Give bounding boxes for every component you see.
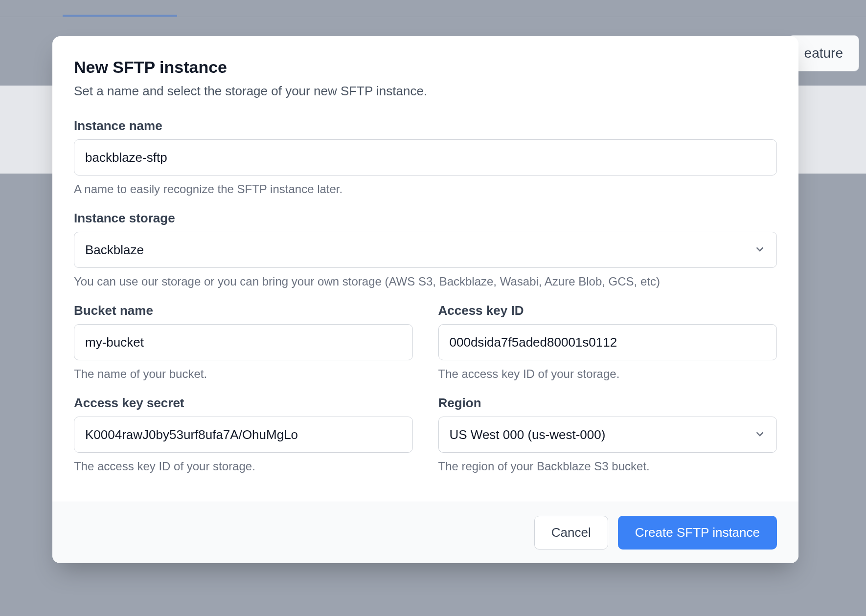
access-key-secret-help: The access key ID of your storage.: [74, 460, 413, 473]
new-sftp-instance-modal: New SFTP instance Set a name and select …: [52, 36, 798, 563]
region-label: Region: [438, 396, 777, 411]
access-key-secret-input[interactable]: [74, 417, 413, 453]
region-group: Region US West 000 (us-west-000) The reg…: [438, 396, 777, 473]
instance-name-group: Instance name A name to easily recognize…: [74, 118, 777, 196]
instance-name-input[interactable]: [74, 139, 777, 176]
instance-storage-group: Instance storage Backblaze You can use o…: [74, 211, 777, 288]
access-key-id-label: Access key ID: [438, 303, 777, 318]
create-sftp-instance-button[interactable]: Create SFTP instance: [618, 516, 777, 550]
region-select[interactable]: US West 000 (us-west-000): [438, 417, 777, 453]
bucket-name-group: Bucket name The name of your bucket.: [74, 303, 413, 381]
instance-storage-select[interactable]: Backblaze: [74, 232, 777, 268]
access-key-id-help: The access key ID of your storage.: [438, 367, 777, 381]
access-key-id-input[interactable]: [438, 324, 777, 360]
cancel-button[interactable]: Cancel: [534, 516, 608, 550]
region-help: The region of your Backblaze S3 bucket.: [438, 460, 777, 473]
access-key-id-group: Access key ID The access key ID of your …: [438, 303, 777, 381]
modal-footer: Cancel Create SFTP instance: [52, 502, 798, 563]
modal-title: New SFTP instance: [74, 58, 777, 77]
instance-storage-help: You can use our storage or you can bring…: [74, 275, 777, 288]
divider: [0, 17, 866, 17]
instance-storage-label: Instance storage: [74, 211, 777, 226]
modal-subtitle: Set a name and select the storage of you…: [74, 84, 777, 99]
feature-button-partial[interactable]: eature: [788, 35, 859, 71]
modal-body: New SFTP instance Set a name and select …: [52, 36, 798, 502]
access-key-secret-group: Access key secret The access key ID of y…: [74, 396, 413, 473]
instance-name-label: Instance name: [74, 118, 777, 133]
bucket-name-help: The name of your bucket.: [74, 367, 413, 381]
instance-name-help: A name to easily recognize the SFTP inst…: [74, 182, 777, 196]
bucket-name-input[interactable]: [74, 324, 413, 360]
bucket-name-label: Bucket name: [74, 303, 413, 318]
access-key-secret-label: Access key secret: [74, 396, 413, 411]
